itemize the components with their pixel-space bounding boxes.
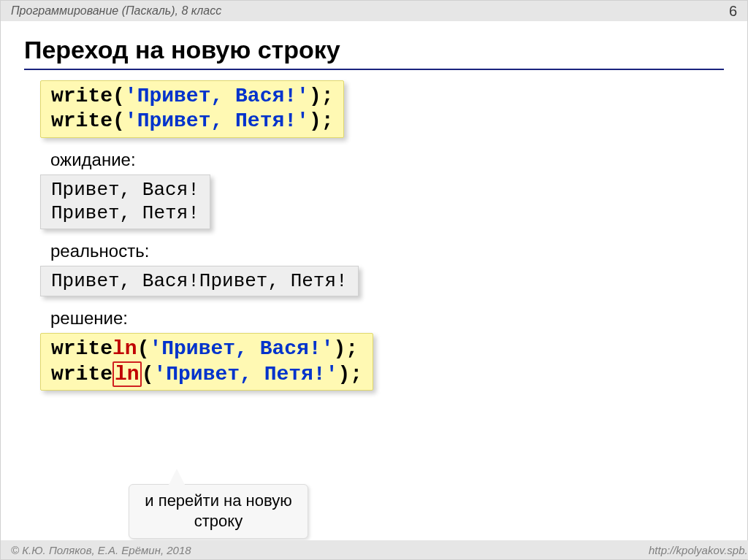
output-line: Привет, Вася!: [51, 178, 199, 202]
highlight-ln: ln: [112, 361, 142, 387]
label-real: реальность:: [50, 241, 747, 261]
code-line: write('Привет, Петя!');: [51, 109, 333, 134]
label-sol: решение:: [50, 308, 747, 329]
output-line: Привет, Петя!: [51, 202, 199, 226]
code-line: writeln('Привет, Петя!');: [51, 362, 362, 387]
output-expect: Привет, Вася! Привет, Петя!: [40, 174, 210, 229]
content-area: write('Привет, Вася!'); write('Привет, П…: [1, 70, 747, 391]
slide-title: Переход на новую строку: [24, 36, 747, 64]
code-block-writeln: writeln('Привет, Вася!'); writeln('Приве…: [40, 333, 373, 391]
header-bar: Программирование (Паскаль), 8 класс 6: [1, 1, 747, 21]
footer-url: http://kpolyakov.spb.ru: [649, 544, 748, 556]
code-line: write('Привет, Вася!');: [51, 84, 333, 109]
callout-bubble: и перейти на новую строку: [129, 484, 308, 539]
output-real: Привет, Вася!Привет, Петя!: [40, 266, 359, 297]
slide: Программирование (Паскаль), 8 класс 6 Пе…: [0, 0, 748, 560]
page-number: 6: [729, 3, 737, 20]
header-title: Программирование (Паскаль), 8 класс: [11, 4, 221, 18]
code-line: writeln('Привет, Вася!');: [51, 337, 362, 361]
footer-credits: © К.Ю. Поляков, Е.А. Ерёмин, 2018: [11, 544, 191, 556]
footer-bar: © К.Ю. Поляков, Е.А. Ерёмин, 2018 http:/…: [1, 540, 748, 559]
label-expect: ожидание:: [50, 150, 747, 170]
code-block-write: write('Привет, Вася!'); write('Привет, П…: [40, 80, 344, 138]
